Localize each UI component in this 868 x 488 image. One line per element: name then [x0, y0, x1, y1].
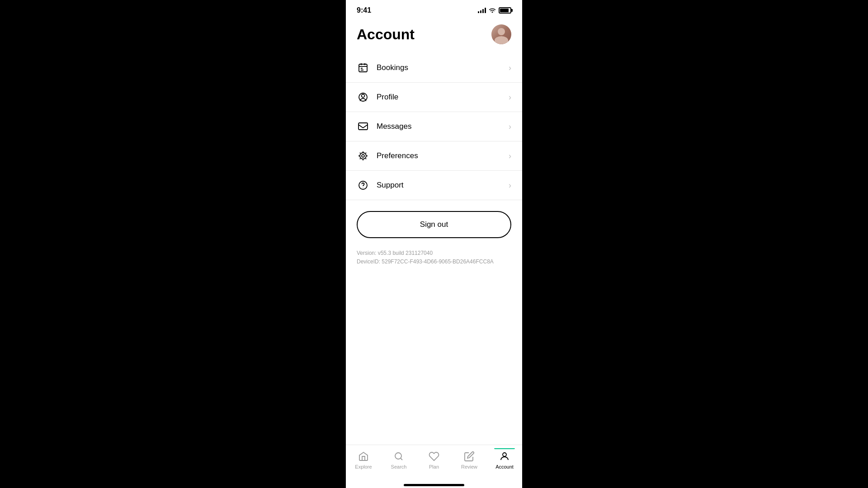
svg-rect-3	[359, 123, 368, 130]
svg-point-7	[395, 453, 401, 459]
version-line2: DeviceID: 529F72CC-F493-4D66-9065-BD26A4…	[357, 258, 511, 266]
support-chevron: ›	[509, 181, 511, 190]
explore-label: Explore	[355, 464, 372, 469]
battery-icon	[499, 7, 511, 14]
menu-item-messages[interactable]: Messages ›	[346, 112, 522, 141]
nav-item-plan[interactable]: Plan	[416, 449, 452, 471]
bookings-label: Bookings	[377, 63, 509, 72]
profile-chevron: ›	[509, 93, 511, 102]
account-nav-icon	[499, 450, 510, 462]
svg-point-5	[360, 153, 366, 159]
page-title: Account	[357, 26, 415, 43]
svg-point-4	[362, 155, 364, 157]
menu-item-support[interactable]: Support ›	[346, 171, 522, 200]
page-header: Account	[346, 17, 522, 53]
explore-icon	[358, 450, 369, 462]
phone-screen: 9:41 Account	[346, 0, 522, 488]
svg-point-2	[362, 94, 365, 98]
menu-item-profile[interactable]: Profile ›	[346, 83, 522, 112]
plan-icon	[428, 450, 440, 462]
review-label: Review	[461, 464, 477, 469]
nav-item-review[interactable]: Review	[452, 449, 487, 471]
support-label: Support	[377, 181, 509, 190]
menu-item-bookings[interactable]: Bookings ›	[346, 53, 522, 83]
signal-icon	[478, 8, 486, 13]
svg-point-8	[503, 453, 506, 456]
page-content: Account Bookings ›	[346, 17, 522, 445]
support-icon	[357, 179, 369, 192]
messages-icon	[357, 120, 369, 133]
messages-chevron: ›	[509, 122, 511, 131]
sign-out-section: Sign out	[346, 200, 522, 245]
sign-out-button[interactable]: Sign out	[357, 211, 511, 238]
search-icon	[393, 450, 405, 462]
profile-icon	[357, 91, 369, 103]
review-icon	[463, 450, 475, 462]
version-info: Version: v55.3 build 231127040 DeviceID:…	[346, 245, 522, 275]
nav-item-search[interactable]: Search	[381, 449, 416, 471]
nav-item-account[interactable]: Account	[487, 449, 522, 471]
preferences-icon	[357, 150, 369, 162]
svg-rect-0	[359, 64, 367, 72]
menu-item-preferences[interactable]: Preferences ›	[346, 141, 522, 171]
version-line1: Version: v55.3 build 231127040	[357, 249, 511, 258]
status-icons	[478, 7, 511, 14]
bookings-icon	[357, 61, 369, 74]
avatar[interactable]	[491, 24, 511, 44]
preferences-chevron: ›	[509, 151, 511, 161]
wifi-icon	[489, 7, 496, 14]
home-bar	[404, 484, 464, 486]
home-indicator	[346, 480, 522, 488]
preferences-label: Preferences	[377, 151, 509, 160]
bottom-nav: Explore Search Plan	[346, 445, 522, 480]
plan-label: Plan	[429, 464, 439, 469]
account-nav-label: Account	[495, 464, 514, 469]
status-bar: 9:41	[346, 0, 522, 17]
search-label: Search	[391, 464, 407, 469]
status-time: 9:41	[357, 6, 371, 14]
nav-item-explore[interactable]: Explore	[346, 449, 381, 471]
avatar-image	[491, 24, 511, 44]
menu-list: Bookings › Profile ›	[346, 53, 522, 200]
bookings-chevron: ›	[509, 63, 511, 73]
profile-label: Profile	[377, 93, 509, 102]
messages-label: Messages	[377, 122, 509, 131]
